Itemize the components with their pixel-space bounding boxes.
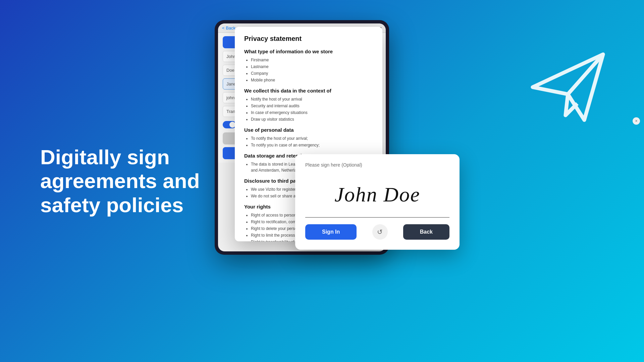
- reset-icon: ↺: [377, 228, 383, 236]
- list-item: To notify you in case of an emergency;: [251, 142, 373, 148]
- signature-text: John Doe: [334, 183, 420, 206]
- list-item: Security and internal audits: [251, 103, 373, 109]
- reset-button[interactable]: ↺: [372, 224, 388, 240]
- list-item: Mobile phone: [251, 77, 373, 83]
- privacy-title: Privacy statement: [244, 35, 373, 43]
- list-item: Firstname: [251, 57, 373, 63]
- sign-in-button[interactable]: Sign In: [305, 224, 357, 240]
- section2-list: Notify the host of your arrival Security…: [251, 96, 373, 122]
- modal-buttons: Sign In ↺ Back: [305, 224, 449, 240]
- list-item: Company: [251, 70, 373, 76]
- section1-list: Firstname Lastname Company Mobile phone: [251, 57, 373, 83]
- signature-line: [305, 217, 449, 218]
- paper-plane-icon: [523, 40, 617, 134]
- signature-label: Please sign here (Optional): [305, 162, 449, 168]
- section2-title: We collect this data in the context of: [244, 88, 373, 94]
- signature-modal: Please sign here (Optional) John Doe Sig…: [295, 154, 460, 250]
- list-item: Draw up visitor statistics: [251, 116, 373, 122]
- list-item: Notify the host of your arrival: [251, 96, 373, 102]
- section3-title: Use of personal data: [244, 127, 373, 133]
- list-item: Lastname: [251, 64, 373, 70]
- section1-title: What type of information do we store: [244, 49, 373, 54]
- list-item: In case of emergency situations: [251, 110, 373, 116]
- close-icon[interactable]: ×: [633, 117, 640, 125]
- section3-list: To notify the host of your arrival; To n…: [251, 135, 373, 148]
- list-item: To notify the host of your arrival;: [251, 135, 373, 141]
- main-headline: Digitally sign agreements and safety pol…: [40, 145, 200, 217]
- signature-area[interactable]: John Doe: [305, 174, 449, 215]
- back-button[interactable]: Back: [403, 224, 449, 240]
- tablet-back-link[interactable]: < Back: [222, 25, 235, 31]
- toggle-switch[interactable]: [223, 121, 236, 128]
